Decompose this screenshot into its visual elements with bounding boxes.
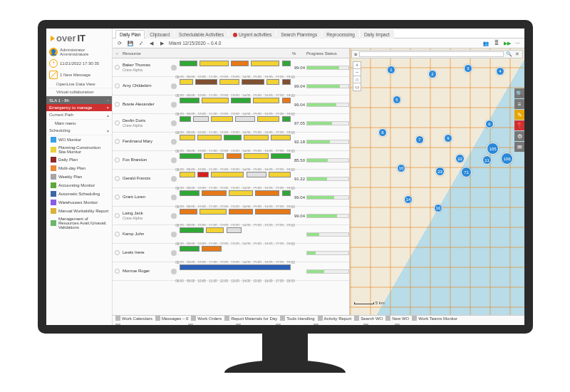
gantt-segment[interactable] — [202, 246, 222, 252]
gantt-segment[interactable] — [271, 153, 291, 159]
map-marker[interactable]: 4 — [496, 67, 504, 76]
row-bars[interactable]: 08:0009:0010:0011:0012:0013:0014:0015:00… — [178, 96, 292, 113]
status-item[interactable]: Work Orders — [191, 316, 222, 321]
emergency-banner[interactable]: Emergency to manage × — [46, 104, 112, 111]
gantt-segment[interactable] — [180, 153, 202, 159]
gantt-segment[interactable] — [257, 116, 279, 122]
rail-tool[interactable]: ⚙ — [514, 131, 524, 141]
row-bars[interactable]: 08:0009:0010:0011:0012:0013:0014:0015:00… — [178, 262, 292, 280]
tab[interactable]: Reprocessing — [322, 30, 359, 38]
gantt-segment[interactable] — [200, 61, 229, 66]
map-marker[interactable]: 105 — [487, 143, 499, 155]
map-zoom-out[interactable]: − — [353, 69, 361, 76]
status-item[interactable]: Report Materials for Day — [224, 316, 277, 321]
tree-item[interactable]: Accounting Monitor — [46, 181, 112, 190]
map-zoom-in[interactable]: + — [353, 62, 361, 69]
tree-item[interactable]: Multi-day Plan — [46, 164, 112, 172]
gantt-segment[interactable] — [253, 98, 279, 103]
map-marker[interactable]: 106 — [501, 153, 513, 165]
map-rect-icon[interactable]: ▭ — [353, 83, 361, 91]
gantt-segment[interactable] — [197, 172, 209, 177]
map-marker[interactable]: 5 — [393, 96, 401, 104]
gantt-segment[interactable] — [180, 246, 200, 252]
gantt-segment[interactable] — [282, 79, 291, 85]
map-marker[interactable]: 9 — [444, 134, 452, 143]
map-marker[interactable]: 8 — [378, 128, 387, 137]
tree-item[interactable]: Planning-Construction Site Monitor — [46, 144, 112, 155]
gantt-segment[interactable] — [211, 172, 244, 177]
gantt-segment[interactable] — [231, 61, 249, 66]
sla-header[interactable]: SLA 1 - 8h ▾ — [46, 96, 112, 104]
row-pin[interactable] — [113, 269, 121, 274]
gantt-segment[interactable] — [193, 116, 209, 122]
row-pin[interactable] — [113, 120, 121, 125]
tree-item[interactable]: Management of Resources Avail./Unavail. … — [46, 215, 112, 231]
rail-tool[interactable]: 🔍 — [514, 88, 524, 98]
map-search-icon[interactable]: 🔍 — [506, 51, 512, 57]
sidebar-link-live-view[interactable]: OpenLive Data View — [46, 81, 112, 88]
map-search-input[interactable] — [359, 51, 504, 57]
tree-item[interactable]: Daily Plan — [46, 155, 112, 164]
map-marker[interactable]: 1 — [387, 66, 395, 74]
gantt-segment[interactable] — [229, 209, 253, 215]
map-marker[interactable]: 71 — [461, 167, 472, 177]
tab[interactable]: Daily Plan — [115, 30, 145, 38]
gantt-segment[interactable] — [180, 116, 191, 122]
row-bars[interactable]: 08:0009:0010:0011:0012:0013:0014:0015:00… — [178, 77, 292, 95]
map-layers-icon[interactable]: ≡ — [354, 52, 357, 57]
row-pin[interactable] — [113, 83, 121, 88]
gantt-segment[interactable] — [180, 79, 193, 85]
map-marker[interactable]: 16 — [434, 204, 442, 212]
emergency-close[interactable]: × — [106, 105, 109, 110]
gantt-segment[interactable] — [242, 79, 264, 85]
gantt-row[interactable]: Laing JackCrew Alpha08:0009:0010:0011:00… — [113, 207, 349, 225]
gantt-segment[interactable] — [247, 172, 266, 177]
row-bars[interactable]: 08:0009:0010:0011:0012:0013:0014:0015:00… — [178, 58, 292, 76]
row-pin[interactable] — [113, 65, 121, 70]
gantt-row[interactable]: Ferdinand Mary08:0009:0010:0011:0012:001… — [113, 133, 349, 151]
tree-item[interactable]: Automatic Scheduling — [46, 190, 112, 198]
gantt-segment[interactable] — [255, 190, 279, 196]
gantt-segment[interactable] — [211, 116, 233, 122]
row-pin[interactable] — [113, 139, 121, 144]
row-pin[interactable] — [113, 158, 121, 163]
status-item[interactable]: Messages – 0 — [155, 316, 188, 321]
gantt-row[interactable]: Devlin DorisCrew Alpha08:0009:0010:0011:… — [113, 114, 349, 133]
gantt-segment[interactable] — [202, 98, 228, 103]
status-item[interactable]: New WO — [385, 316, 409, 321]
map-marker[interactable]: 3 — [464, 64, 472, 73]
row-bars[interactable]: 08:0009:0010:0011:0012:0013:0014:0015:00… — [178, 151, 292, 169]
map-marker[interactable]: 10 — [397, 164, 405, 172]
map-marker[interactable]: 2 — [428, 70, 437, 78]
row-bars[interactable]: 08:0009:0010:0011:0012:0013:0014:0015:00… — [178, 225, 292, 243]
gantt-row[interactable]: Amy Childebirn08:0009:0010:0011:0012:001… — [113, 77, 349, 96]
status-item[interactable]: Show Crossings — [236, 324, 273, 325]
gantt-segment[interactable] — [227, 153, 242, 159]
gantt-segment[interactable] — [180, 61, 197, 66]
row-bars[interactable]: 08:0009:0010:0011:0012:0013:0014:0015:00… — [178, 207, 292, 225]
rail-tool[interactable]: ≡ — [514, 99, 524, 109]
gantt-segment[interactable] — [180, 135, 195, 140]
gantt-segment[interactable] — [227, 227, 242, 233]
gantt-segment[interactable] — [180, 172, 195, 177]
tab[interactable]: Schedulable Activities — [175, 30, 228, 38]
status-item[interactable]: Utilization Dashboard — [314, 324, 361, 325]
tree-item[interactable]: WO Monitor — [46, 135, 112, 144]
sidebar-link-virtual-collab[interactable]: Virtual collaboration — [46, 88, 112, 96]
rail-tool[interactable]: ✎ — [514, 110, 524, 120]
gantt-segment[interactable] — [180, 98, 200, 103]
gantt-segment[interactable] — [244, 135, 268, 140]
gantt-row[interactable]: Grant Loren08:0009:0010:0011:0012:0013:0… — [113, 188, 349, 207]
tab[interactable]: Clipboard — [145, 30, 174, 38]
map-close-icon[interactable]: ✕ — [514, 51, 520, 57]
gantt-row[interactable]: Lewis Irene08:0009:0010:0011:0012:0013:0… — [113, 244, 349, 262]
row-pin[interactable] — [113, 176, 121, 181]
gantt-segment[interactable] — [180, 209, 197, 215]
gantt-segment[interactable] — [266, 79, 280, 85]
rail-tool[interactable]: 📍 — [514, 120, 524, 130]
gantt-segment[interactable] — [282, 190, 291, 196]
gantt-segment[interactable] — [235, 116, 255, 122]
gantt-segment[interactable] — [244, 153, 268, 159]
gantt-segment[interactable] — [200, 209, 226, 215]
status-item[interactable]: Search Facility — [276, 324, 310, 325]
